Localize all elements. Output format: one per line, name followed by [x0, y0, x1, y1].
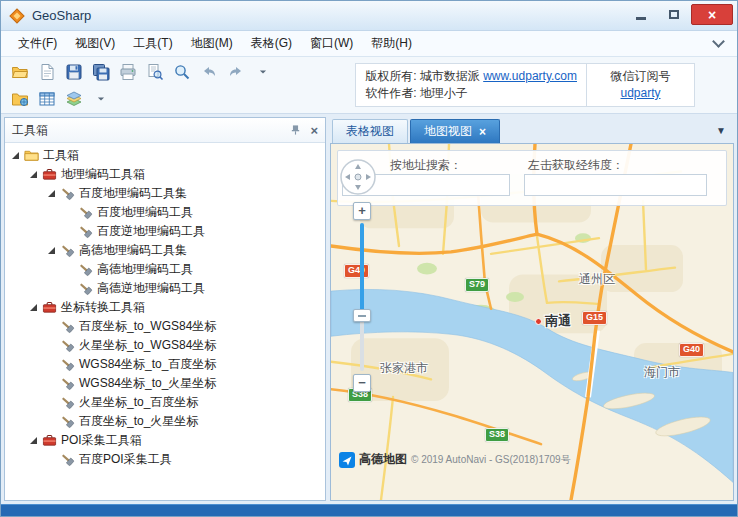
- expand-arrow-icon[interactable]: [9, 149, 23, 163]
- tab-label: 地图视图: [424, 123, 472, 140]
- wechat-label: 微信订阅号: [596, 68, 685, 85]
- toolbar-rows: [7, 58, 275, 112]
- hammer-icon: [78, 205, 93, 220]
- tree-item-label: POI采集工具箱: [61, 432, 142, 449]
- tree-item[interactable]: POI采集工具箱: [5, 431, 325, 450]
- hammer-icon: [60, 186, 75, 201]
- menu-collapse-chevron-icon[interactable]: [712, 35, 725, 48]
- menu-item[interactable]: 工具(T): [124, 31, 181, 56]
- search-button[interactable]: [169, 60, 194, 83]
- toolbar2-overflow-button[interactable]: [88, 87, 113, 110]
- expand-arrow-icon[interactable]: [27, 434, 41, 448]
- tree-item-label: 高德地理编码工具: [97, 261, 193, 278]
- menu-item[interactable]: 帮助(H): [362, 31, 421, 56]
- maximize-button[interactable]: [658, 4, 690, 25]
- tree-item[interactable]: WGS84坐标_to_百度坐标: [5, 355, 325, 374]
- expand-arrow-icon[interactable]: [45, 187, 59, 201]
- map-layers-icon: [65, 90, 83, 108]
- expand-arrow-icon[interactable]: [27, 168, 41, 182]
- latlng-label: 左击获取经纬度：: [524, 156, 707, 174]
- tree-item-label: 百度地理编码工具集: [79, 185, 187, 202]
- tree-item-label: 地理编码工具箱: [61, 166, 145, 183]
- new-button[interactable]: [34, 60, 59, 83]
- tree-item[interactable]: 百度逆地理编码工具: [5, 222, 325, 241]
- arrow-spacer: [45, 339, 59, 353]
- expand-arrow-icon[interactable]: [45, 244, 59, 258]
- tree-item[interactable]: 百度地理编码工具: [5, 203, 325, 222]
- undo-arrow-icon: [200, 63, 218, 81]
- open-button[interactable]: [7, 60, 32, 83]
- menu-item[interactable]: 文件(F): [9, 31, 66, 56]
- title-bar: GeoSharp ×: [1, 1, 737, 31]
- tab-inactive[interactable]: 表格视图: [332, 119, 408, 143]
- map-toolbar-overlay: 按地址搜索： 左击获取经纬度：: [337, 150, 727, 206]
- main-area: 工具箱 × 工具箱地理编码工具箱百度地理编码工具集百度地理编码工具百度逆地理编码…: [1, 114, 737, 504]
- tree-item[interactable]: 百度坐标_to_火星坐标: [5, 412, 325, 431]
- tree-item[interactable]: 高德地理编码工具集: [5, 241, 325, 260]
- close-button[interactable]: ×: [691, 4, 733, 25]
- toolbar-overflow-button[interactable]: [250, 60, 275, 83]
- app-icon: [9, 8, 25, 24]
- hammer-icon: [60, 414, 75, 429]
- hammer-icon: [78, 281, 93, 296]
- tree-item[interactable]: 火星坐标_to_WGS84坐标: [5, 336, 325, 355]
- tree-item[interactable]: 百度地理编码工具集: [5, 184, 325, 203]
- compass-icon: [339, 158, 377, 196]
- table-view-button[interactable]: [34, 87, 59, 110]
- arrow-spacer: [45, 415, 59, 429]
- tree-item[interactable]: 百度坐标_to_WGS84坐标: [5, 317, 325, 336]
- tree-item[interactable]: 百度POI采集工具: [5, 450, 325, 469]
- arrow-spacer: [63, 225, 77, 239]
- tab-active[interactable]: 地图视图×: [410, 119, 500, 143]
- panel-close-icon[interactable]: ×: [310, 124, 318, 137]
- save-all-button[interactable]: [88, 60, 113, 83]
- latlng-input[interactable]: [524, 174, 707, 196]
- tree-item[interactable]: 高德逆地理编码工具: [5, 279, 325, 298]
- zoom-slider-handle[interactable]: [353, 309, 371, 322]
- menu-item[interactable]: 窗口(W): [301, 31, 362, 56]
- add-data-button[interactable]: [7, 87, 32, 110]
- menu-item[interactable]: 地图(M): [182, 31, 242, 56]
- minimize-button[interactable]: [625, 4, 657, 25]
- wechat-link[interactable]: udparty: [620, 86, 660, 100]
- tree-item[interactable]: WGS84坐标_to_火星坐标: [5, 374, 325, 393]
- menu-item[interactable]: 表格(G): [242, 31, 301, 56]
- print-button[interactable]: [115, 60, 140, 83]
- pin-icon[interactable]: [290, 124, 301, 136]
- toolbar-row-2: [7, 85, 275, 112]
- tree-item[interactable]: 工具箱: [5, 146, 325, 165]
- tree-item-label: 百度POI采集工具: [79, 451, 172, 468]
- print-icon: [119, 63, 137, 81]
- tree-item[interactable]: 高德地理编码工具: [5, 260, 325, 279]
- redo-button[interactable]: [223, 60, 248, 83]
- map-view[interactable]: G40S79G15G40S38S38南通通州区海门市张家港市 按地址搜索： 左击…: [330, 143, 734, 501]
- toolbox-icon: [42, 167, 57, 182]
- chevron-down-icon: [256, 65, 270, 79]
- hammer-icon: [60, 395, 75, 410]
- tree-item[interactable]: 火星坐标_to_百度坐标: [5, 393, 325, 412]
- zoom-slider-fill: [360, 223, 364, 315]
- undo-button[interactable]: [196, 60, 221, 83]
- zoom-slider[interactable]: [360, 223, 364, 371]
- arrow-spacer: [63, 206, 77, 220]
- zoom-in-button[interactable]: +: [353, 202, 371, 220]
- menu-items: 文件(F)视图(V)工具(T)地图(M)表格(G)窗口(W)帮助(H): [9, 31, 421, 56]
- tab-close-icon[interactable]: ×: [479, 126, 486, 138]
- copyright-link[interactable]: www.udparty.com: [483, 69, 577, 83]
- tree-item[interactable]: 坐标转换工具箱: [5, 298, 325, 317]
- open-folder-icon: [11, 63, 29, 81]
- zoom-out-button[interactable]: −: [353, 374, 371, 392]
- save-button[interactable]: [61, 60, 86, 83]
- map-layers-button[interactable]: [61, 87, 86, 110]
- hammer-icon: [60, 357, 75, 372]
- save-all-icon: [92, 63, 110, 81]
- tree-item[interactable]: 地理编码工具箱: [5, 165, 325, 184]
- zoom-control: + −: [353, 202, 371, 392]
- compass-control[interactable]: [339, 158, 377, 196]
- tab-list-chevron-icon[interactable]: ▼: [716, 125, 726, 136]
- status-bar: [1, 504, 737, 516]
- menu-item[interactable]: 视图(V): [66, 31, 124, 56]
- expand-arrow-icon[interactable]: [27, 301, 41, 315]
- print-preview-button[interactable]: [142, 60, 167, 83]
- arrow-spacer: [45, 396, 59, 410]
